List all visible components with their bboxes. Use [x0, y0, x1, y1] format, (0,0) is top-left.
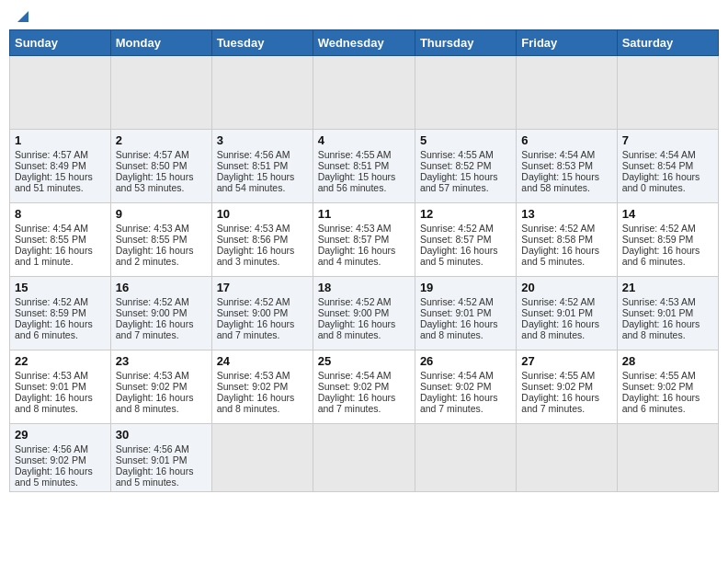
day-number: 3 — [217, 133, 308, 147]
sunset-text: Sunset: 8:53 PM — [521, 160, 593, 171]
day-of-week-header: Sunday — [10, 30, 111, 56]
calendar-cell: 20 Sunrise: 4:52 AM Sunset: 9:01 PM Dayl… — [517, 277, 617, 350]
calendar-cell: 19 Sunrise: 4:52 AM Sunset: 9:01 PM Dayl… — [415, 277, 516, 350]
sunset-text: Sunset: 9:02 PM — [15, 454, 86, 465]
sunrise-text: Sunrise: 4:53 AM — [116, 223, 189, 234]
day-number: 27 — [521, 354, 611, 368]
calendar-cell: 18 Sunrise: 4:52 AM Sunset: 9:00 PM Dayl… — [313, 277, 415, 350]
sunset-text: Sunset: 9:02 PM — [521, 381, 593, 392]
sunset-text: Sunset: 8:51 PM — [318, 160, 390, 171]
sunset-text: Sunset: 8:59 PM — [15, 307, 86, 318]
day-number: 1 — [15, 133, 106, 147]
sunrise-text: Sunrise: 4:52 AM — [420, 296, 494, 307]
day-number: 9 — [116, 207, 207, 221]
calendar-cell — [211, 56, 313, 130]
calendar-cell: 27 Sunrise: 4:55 AM Sunset: 9:02 PM Dayl… — [517, 350, 617, 424]
sunset-text: Sunset: 9:00 PM — [318, 307, 390, 318]
day-of-week-header: Tuesday — [211, 30, 313, 56]
sunrise-text: Sunrise: 4:55 AM — [420, 149, 494, 160]
daylight-text: Daylight: 16 hours and 3 minutes. — [217, 245, 295, 267]
sunset-text: Sunset: 8:51 PM — [217, 160, 289, 171]
calendar-cell: 15 Sunrise: 4:52 AM Sunset: 8:59 PM Dayl… — [10, 277, 111, 350]
sunset-text: Sunset: 9:00 PM — [116, 307, 188, 318]
sunrise-text: Sunrise: 4:55 AM — [318, 149, 392, 160]
daylight-text: Daylight: 16 hours and 7 minutes. — [318, 392, 396, 414]
daylight-text: Daylight: 15 hours and 58 minutes. — [521, 171, 599, 193]
calendar-cell: 14 Sunrise: 4:52 AM Sunset: 8:59 PM Dayl… — [617, 203, 718, 277]
sunrise-text: Sunrise: 4:53 AM — [217, 370, 290, 381]
daylight-text: Daylight: 15 hours and 57 minutes. — [420, 171, 498, 193]
daylight-text: Daylight: 16 hours and 8 minutes. — [116, 392, 194, 414]
sunset-text: Sunset: 8:55 PM — [15, 234, 86, 245]
day-number: 16 — [116, 281, 207, 294]
sunrise-text: Sunrise: 4:52 AM — [420, 223, 494, 234]
calendar-table: SundayMondayTuesdayWednesdayThursdayFrid… — [9, 29, 719, 492]
day-number: 18 — [318, 281, 410, 294]
page-header — [9, 9, 719, 22]
logo — [13, 9, 29, 22]
sunset-text: Sunset: 8:55 PM — [116, 234, 188, 245]
day-of-week-header: Monday — [110, 30, 211, 56]
day-number: 19 — [420, 281, 511, 294]
sunrise-text: Sunrise: 4:53 AM — [15, 370, 88, 381]
daylight-text: Daylight: 16 hours and 8 minutes. — [622, 318, 700, 340]
day-number: 26 — [420, 354, 511, 368]
calendar-cell: 25 Sunrise: 4:54 AM Sunset: 9:02 PM Dayl… — [313, 350, 415, 424]
daylight-text: Daylight: 16 hours and 7 minutes. — [217, 318, 295, 340]
sunrise-text: Sunrise: 4:56 AM — [15, 443, 88, 454]
calendar-cell — [313, 424, 415, 492]
sunrise-text: Sunrise: 4:57 AM — [15, 149, 88, 160]
day-number: 7 — [622, 133, 713, 147]
sunset-text: Sunset: 8:49 PM — [15, 160, 86, 171]
daylight-text: Daylight: 15 hours and 56 minutes. — [318, 171, 396, 193]
calendar-cell: 16 Sunrise: 4:52 AM Sunset: 9:00 PM Dayl… — [110, 277, 211, 350]
sunset-text: Sunset: 9:01 PM — [15, 381, 86, 392]
calendar-cell: 5 Sunrise: 4:55 AM Sunset: 8:52 PM Dayli… — [415, 130, 516, 203]
sunrise-text: Sunrise: 4:52 AM — [15, 296, 88, 307]
daylight-text: Daylight: 16 hours and 5 minutes. — [15, 465, 93, 488]
day-number: 23 — [116, 354, 207, 368]
sunrise-text: Sunrise: 4:52 AM — [116, 296, 189, 307]
calendar-cell — [211, 424, 313, 492]
daylight-text: Daylight: 16 hours and 5 minutes. — [521, 245, 599, 267]
daylight-text: Daylight: 16 hours and 7 minutes. — [420, 392, 498, 414]
calendar-cell: 3 Sunrise: 4:56 AM Sunset: 8:51 PM Dayli… — [211, 130, 313, 203]
sunrise-text: Sunrise: 4:52 AM — [318, 296, 392, 307]
day-number: 28 — [622, 354, 713, 368]
day-number: 5 — [420, 133, 511, 147]
daylight-text: Daylight: 16 hours and 6 minutes. — [622, 245, 700, 267]
day-number: 8 — [15, 207, 106, 221]
calendar-cell: 10 Sunrise: 4:53 AM Sunset: 8:56 PM Dayl… — [211, 203, 313, 277]
sunset-text: Sunset: 9:01 PM — [521, 307, 593, 318]
daylight-text: Daylight: 15 hours and 51 minutes. — [15, 171, 93, 193]
calendar-cell: 26 Sunrise: 4:54 AM Sunset: 9:02 PM Dayl… — [415, 350, 516, 424]
sunset-text: Sunset: 9:01 PM — [622, 307, 694, 318]
day-number: 12 — [420, 207, 511, 221]
svg-marker-0 — [17, 11, 28, 22]
calendar-cell: 12 Sunrise: 4:52 AM Sunset: 8:57 PM Dayl… — [415, 203, 516, 277]
daylight-text: Daylight: 16 hours and 7 minutes. — [521, 392, 599, 414]
daylight-text: Daylight: 16 hours and 6 minutes. — [622, 392, 700, 414]
sunrise-text: Sunrise: 4:53 AM — [622, 296, 696, 307]
day-number: 21 — [622, 281, 713, 294]
daylight-text: Daylight: 16 hours and 5 minutes. — [116, 465, 194, 488]
daylight-text: Daylight: 16 hours and 5 minutes. — [420, 245, 498, 267]
sunset-text: Sunset: 9:01 PM — [116, 454, 188, 465]
sunrise-text: Sunrise: 4:57 AM — [116, 149, 189, 160]
calendar-cell: 1 Sunrise: 4:57 AM Sunset: 8:49 PM Dayli… — [10, 130, 111, 203]
calendar-cell: 30 Sunrise: 4:56 AM Sunset: 9:01 PM Dayl… — [110, 424, 211, 492]
sunset-text: Sunset: 8:58 PM — [521, 234, 593, 245]
calendar-cell — [110, 56, 211, 130]
daylight-text: Daylight: 16 hours and 2 minutes. — [116, 245, 194, 267]
day-of-week-header: Wednesday — [313, 30, 415, 56]
sunrise-text: Sunrise: 4:53 AM — [116, 370, 189, 381]
sunrise-text: Sunrise: 4:52 AM — [521, 296, 595, 307]
calendar-cell — [313, 56, 415, 130]
day-of-week-header: Saturday — [617, 30, 718, 56]
day-number: 10 — [217, 207, 308, 221]
daylight-text: Daylight: 16 hours and 8 minutes. — [521, 318, 599, 340]
calendar-cell: 11 Sunrise: 4:53 AM Sunset: 8:57 PM Dayl… — [313, 203, 415, 277]
sunset-text: Sunset: 9:01 PM — [420, 307, 492, 318]
daylight-text: Daylight: 16 hours and 4 minutes. — [318, 245, 396, 267]
calendar-header-row: SundayMondayTuesdayWednesdayThursdayFrid… — [10, 30, 719, 56]
